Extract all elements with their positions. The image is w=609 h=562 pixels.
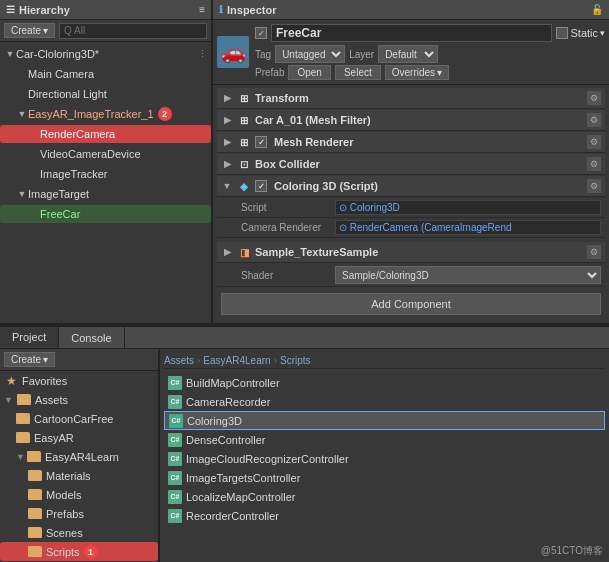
script-icon: C# bbox=[168, 376, 182, 390]
sidebar-item-easyar4learn[interactable]: ▼ EasyAR4Learn bbox=[0, 447, 158, 466]
tree-toggle bbox=[28, 128, 40, 140]
sidebar-item-materials[interactable]: Materials bbox=[0, 466, 158, 485]
camera-renderer-value[interactable]: ⊙ RenderCamera (CameraImageRend bbox=[335, 220, 601, 235]
tree-item-image-target[interactable]: ▼ ImageTarget bbox=[0, 184, 211, 204]
script-label: LocalizeMapController bbox=[186, 491, 295, 503]
object-icon: 🚗 bbox=[217, 36, 249, 68]
script-item-dense-controller[interactable]: C# DenseController bbox=[164, 430, 605, 449]
object-name-section: ✓ Static ▾ Tag Untagged Layer Defau bbox=[255, 24, 605, 80]
open-button[interactable]: Open bbox=[288, 65, 330, 80]
assets-section[interactable]: ▼ Assets bbox=[0, 390, 158, 409]
inspector-icon: ℹ bbox=[219, 4, 223, 15]
script-item-recorder[interactable]: C# RecorderController bbox=[164, 506, 605, 525]
component-tools: ⚙ bbox=[587, 113, 601, 127]
select-button[interactable]: Select bbox=[335, 65, 381, 80]
tree-item-car-coloring[interactable]: ▼ Car-Cloloring3D* ⋮ bbox=[0, 44, 211, 64]
inspector-title: Inspector bbox=[227, 4, 277, 16]
hierarchy-title: Hierarchy bbox=[19, 4, 70, 16]
component-mesh-renderer[interactable]: ▶ ⊞ ✓ Mesh Renderer ⚙ bbox=[217, 132, 605, 153]
tree-item-freecar[interactable]: FreeCar bbox=[0, 204, 211, 224]
coloring3d-checkbox[interactable]: ✓ bbox=[255, 180, 267, 192]
script-item-image-targets[interactable]: C# ImageTargetsController bbox=[164, 468, 605, 487]
hierarchy-settings-icon[interactable]: ⋮ bbox=[198, 49, 207, 59]
component-box-collider[interactable]: ▶ ⊡ Box Collider ⚙ bbox=[217, 154, 605, 175]
script-label: RecorderController bbox=[186, 510, 279, 522]
tab-console[interactable]: Console bbox=[59, 327, 124, 348]
component-coloring3d[interactable]: ▼ ◈ ✓ Coloring 3D (Script) ⚙ bbox=[217, 176, 605, 197]
tree-item-directional-light[interactable]: Directional Light bbox=[0, 84, 211, 104]
tree-label: Main Camera bbox=[28, 68, 94, 80]
breadcrumb-scripts[interactable]: Scripts bbox=[280, 355, 311, 366]
hierarchy-icon: ☰ bbox=[6, 4, 15, 15]
script-field-value[interactable]: ⊙ Coloring3D bbox=[335, 200, 601, 215]
script-label: CameraRecorder bbox=[186, 396, 270, 408]
tag-dropdown[interactable]: Untagged bbox=[275, 45, 345, 63]
component-settings-icon[interactable]: ⚙ bbox=[587, 113, 601, 127]
shader-dropdown[interactable]: Sample/Coloring3D bbox=[335, 266, 601, 284]
tree-label: EasyAR_ImageTracker_1 bbox=[28, 108, 154, 120]
bottom-panel: Project Console Create ▾ ★ Favorites ▼ A… bbox=[0, 325, 609, 562]
folder-icon bbox=[28, 489, 42, 500]
expand-icon: ▼ bbox=[221, 180, 233, 192]
script-item-localize-map[interactable]: C# LocalizeMapController bbox=[164, 487, 605, 506]
script-item-build-map[interactable]: C# BuildMapController bbox=[164, 373, 605, 392]
component-name: Coloring 3D (Script) bbox=[274, 180, 583, 192]
tree-label: ImageTracker bbox=[40, 168, 107, 180]
sidebar-item-scenes[interactable]: Scenes bbox=[0, 523, 158, 542]
script-icon: C# bbox=[169, 414, 183, 428]
tree-item-image-tracker[interactable]: ImageTracker bbox=[0, 164, 211, 184]
component-settings-icon[interactable]: ⚙ bbox=[587, 91, 601, 105]
object-active-checkbox[interactable]: ✓ bbox=[255, 27, 267, 39]
object-name-input[interactable] bbox=[271, 24, 552, 42]
script-icon: C# bbox=[168, 452, 182, 466]
inspector-lock-icon[interactable]: 🔓 bbox=[591, 4, 603, 15]
prefab-label: Prefab bbox=[255, 67, 284, 78]
component-settings-icon[interactable]: ⚙ bbox=[587, 135, 601, 149]
folder-label: Prefabs bbox=[46, 508, 84, 520]
tree-item-video-camera-device[interactable]: VideoCameraDevice bbox=[0, 144, 211, 164]
tree-item-main-camera[interactable]: Main Camera bbox=[0, 64, 211, 84]
overrides-button[interactable]: Overrides ▾ bbox=[385, 65, 449, 80]
expand-icon: ▶ bbox=[221, 158, 233, 170]
favorites-section[interactable]: ★ Favorites bbox=[0, 371, 158, 390]
project-sidebar: Create ▾ ★ Favorites ▼ Assets CartoonCar… bbox=[0, 349, 160, 562]
tree-item-render-camera[interactable]: RenderCamera bbox=[0, 124, 211, 144]
bottom-content: Create ▾ ★ Favorites ▼ Assets CartoonCar… bbox=[0, 349, 609, 562]
hierarchy-menu-icon[interactable]: ≡ bbox=[199, 4, 205, 15]
create-dropdown-icon: ▾ bbox=[43, 354, 48, 365]
sidebar-item-easyar[interactable]: EasyAR bbox=[0, 428, 158, 447]
add-component-button[interactable]: Add Component bbox=[221, 293, 601, 315]
sidebar-item-models[interactable]: Models bbox=[0, 485, 158, 504]
hierarchy-search-input[interactable] bbox=[59, 23, 207, 39]
static-checkbox[interactable] bbox=[556, 27, 568, 39]
component-mesh-filter[interactable]: ▶ ⊞ Car A_01 (Mesh Filter) ⚙ bbox=[217, 110, 605, 131]
script-item-image-cloud[interactable]: C# ImageCloudRecognizerController bbox=[164, 449, 605, 468]
component-settings-icon[interactable]: ⚙ bbox=[587, 157, 601, 171]
component-texture-sample[interactable]: ▶ ◨ Sample_TextureSample ⚙ bbox=[217, 242, 605, 263]
assets-folder-icon bbox=[17, 394, 31, 405]
tab-project[interactable]: Project bbox=[0, 327, 59, 348]
mesh-filter-icon: ⊞ bbox=[237, 113, 251, 127]
project-create-button[interactable]: Create ▾ bbox=[4, 352, 55, 367]
breadcrumb-assets[interactable]: Assets bbox=[164, 355, 194, 366]
component-settings-icon[interactable]: ⚙ bbox=[587, 245, 601, 259]
layer-dropdown[interactable]: Default bbox=[378, 45, 438, 63]
component-transform[interactable]: ▶ ⊞ Transform ⚙ bbox=[217, 88, 605, 109]
folder-icon bbox=[16, 432, 30, 443]
sidebar-item-prefabs[interactable]: Prefabs bbox=[0, 504, 158, 523]
tree-toggle bbox=[28, 168, 40, 180]
hierarchy-create-button[interactable]: Create ▾ bbox=[4, 23, 55, 38]
folder-label: Materials bbox=[46, 470, 91, 482]
component-settings-icon[interactable]: ⚙ bbox=[587, 179, 601, 193]
sidebar-item-cartoon[interactable]: CartoonCarFree bbox=[0, 409, 158, 428]
static-dropdown-icon[interactable]: ▾ bbox=[600, 28, 605, 38]
tree-item-easyar-imagetracker[interactable]: ▼ EasyAR_ImageTracker_1 2 bbox=[0, 104, 211, 124]
sidebar-item-scripts[interactable]: Scripts 1 bbox=[0, 542, 158, 561]
mesh-renderer-checkbox[interactable]: ✓ bbox=[255, 136, 267, 148]
tree-toggle bbox=[28, 148, 40, 160]
script-item-coloring3d[interactable]: C# Coloring3D bbox=[164, 411, 605, 430]
breadcrumb-easyar4learn[interactable]: EasyAR4Learn bbox=[203, 355, 270, 366]
expand-icon: ▶ bbox=[221, 92, 233, 104]
tree-toggle bbox=[16, 88, 28, 100]
script-item-camera-recorder[interactable]: C# CameraRecorder bbox=[164, 392, 605, 411]
